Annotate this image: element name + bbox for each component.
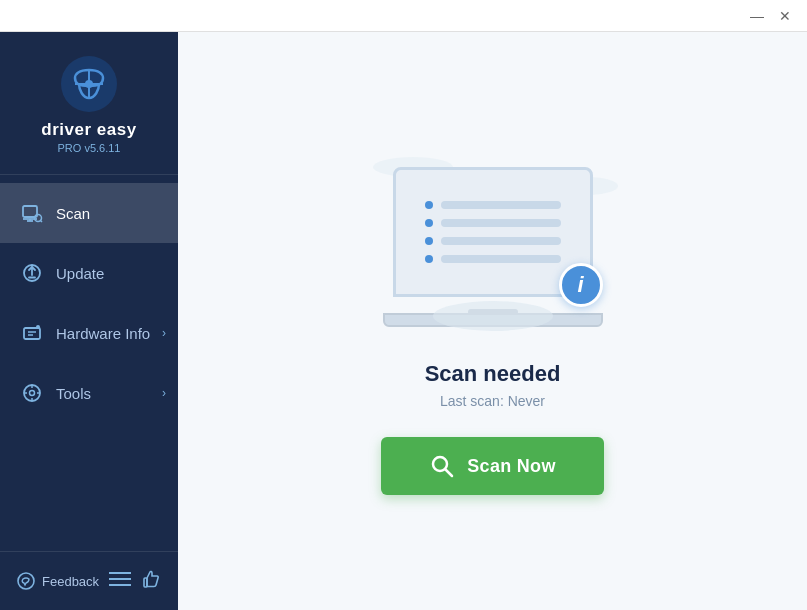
screen-bar-1 xyxy=(441,201,561,209)
screen-dot-4 xyxy=(425,255,433,263)
svg-point-15 xyxy=(36,325,40,329)
svg-rect-12 xyxy=(24,328,40,339)
screen-dot-1 xyxy=(425,201,433,209)
info-badge-icon: i xyxy=(559,263,603,307)
svg-line-9 xyxy=(41,221,43,223)
laptop-screen-content xyxy=(413,182,573,282)
svg-point-8 xyxy=(35,215,42,222)
app-container: driver easy PRO v5.6.11 Scan xyxy=(0,32,807,610)
screen-line-4 xyxy=(425,255,561,263)
last-scan-text: Last scan: Never xyxy=(440,393,545,409)
sidebar-item-hardware-info[interactable]: Hardware Info › xyxy=(0,303,178,363)
menu-icon[interactable] xyxy=(109,570,131,592)
sidebar-header: driver easy PRO v5.6.11 xyxy=(0,32,178,175)
svg-rect-26 xyxy=(144,578,147,587)
title-bar: — ✕ xyxy=(0,0,807,32)
update-nav-icon xyxy=(20,261,44,285)
scan-needed-title: Scan needed xyxy=(425,361,561,387)
app-name: driver easy xyxy=(41,120,136,140)
tools-nav-label: Tools xyxy=(56,385,91,402)
hardware-info-nav-label: Hardware Info xyxy=(56,325,150,342)
blob-decoration-1 xyxy=(433,301,553,331)
feedback-chat-icon xyxy=(16,571,36,591)
scan-now-button[interactable]: Scan Now xyxy=(381,437,603,495)
sidebar-item-scan[interactable]: Scan xyxy=(0,183,178,243)
app-version: PRO v5.6.11 xyxy=(58,142,121,154)
sidebar: driver easy PRO v5.6.11 Scan xyxy=(0,32,178,610)
hardware-info-nav-icon xyxy=(20,321,44,345)
tools-nav-icon xyxy=(20,381,44,405)
sidebar-item-update[interactable]: Update xyxy=(0,243,178,303)
feedback-label: Feedback xyxy=(42,574,99,589)
svg-point-22 xyxy=(18,573,34,589)
sidebar-footer: Feedback xyxy=(0,551,178,610)
screen-bar-3 xyxy=(441,237,561,245)
screen-line-3 xyxy=(425,237,561,245)
screen-bar-2 xyxy=(441,219,561,227)
app-logo-icon xyxy=(61,56,117,112)
close-button[interactable]: ✕ xyxy=(771,5,799,27)
hardware-info-chevron-icon: › xyxy=(162,326,166,340)
screen-line-1 xyxy=(425,201,561,209)
update-nav-label: Update xyxy=(56,265,104,282)
sidebar-nav: Scan Update xyxy=(0,175,178,551)
thumbs-up-icon[interactable] xyxy=(140,568,162,594)
screen-dot-3 xyxy=(425,237,433,245)
scan-now-icon xyxy=(429,453,455,479)
scan-illustration: i xyxy=(363,147,623,337)
screen-bar-4 xyxy=(441,255,561,263)
sidebar-item-tools[interactable]: Tools › xyxy=(0,363,178,423)
minimize-button[interactable]: — xyxy=(743,5,771,27)
screen-line-2 xyxy=(425,219,561,227)
screen-dot-2 xyxy=(425,219,433,227)
scan-nav-icon xyxy=(20,201,44,225)
scan-nav-label: Scan xyxy=(56,205,90,222)
tools-chevron-icon: › xyxy=(162,386,166,400)
main-content: i Scan needed Last scan: Never Scan Now xyxy=(178,32,807,610)
svg-point-17 xyxy=(30,391,35,396)
svg-line-28 xyxy=(446,470,453,477)
scan-now-label: Scan Now xyxy=(467,456,555,477)
feedback-button[interactable]: Feedback xyxy=(16,571,99,591)
